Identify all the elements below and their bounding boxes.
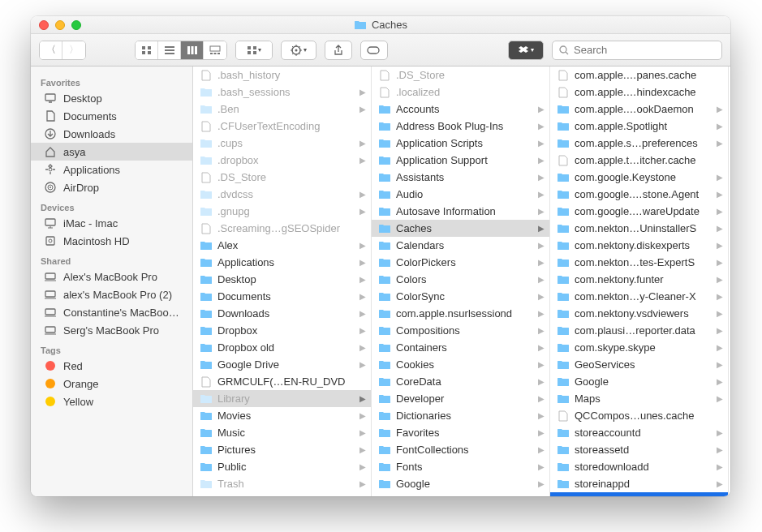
list-item[interactable]: Google▶ [372,475,549,492]
arrange-button[interactable]: ▾ [236,41,272,59]
zoom-button[interactable] [71,20,81,30]
list-item[interactable]: com.nekton…UninstallerS▶ [550,220,728,237]
list-item[interactable]: .localized [372,84,549,101]
list-item[interactable]: .DS_Store [193,169,371,186]
list-item[interactable]: Application Scripts▶ [372,135,549,152]
list-item[interactable]: Music▶ [193,424,371,441]
list-item[interactable]: QCCompos…unes.cache [550,407,728,424]
sidebar-item[interactable]: Macintosh HD [31,232,192,250]
back-button[interactable]: 〈 [40,41,62,59]
list-item[interactable]: com.apple.t…itcher.cache [550,152,728,169]
list-item[interactable]: com.nektony.vsdviewers▶ [550,305,728,322]
list-item[interactable]: com.skype.skype▶ [550,339,728,356]
list-item[interactable]: Containers▶ [372,339,549,356]
list-item[interactable]: storedownloadd▶ [550,458,728,475]
list-item[interactable]: com.nekton…tes-ExpertS▶ [550,254,728,271]
search-field[interactable] [552,41,722,60]
sidebar-item[interactable]: Applications [31,161,192,178]
forward-button[interactable]: 〉 [62,41,85,59]
list-item[interactable]: GeoServices▶ [550,356,728,373]
list-item[interactable]: FontCollections▶ [372,441,549,458]
view-column-button[interactable] [181,41,204,59]
list-item[interactable]: .dropbox▶ [193,152,371,169]
list-item[interactable]: com.plausi…reporter.data▶ [550,322,728,339]
list-item[interactable]: storeinappd▶ [550,475,728,492]
browser-column[interactable]: com.apple.…panes.cachecom.apple.…hindexc… [550,66,729,496]
list-item[interactable]: Movies▶ [193,407,371,424]
list-item[interactable]: .bash_sessions▶ [193,84,371,101]
sidebar-item[interactable]: Desktop [31,89,192,107]
sidebar-item[interactable]: Constantine's MacBoo… [31,303,192,321]
list-item[interactable]: Applications▶ [193,254,371,271]
minimize-button[interactable] [55,20,65,30]
list-item[interactable]: Dictionaries▶ [372,407,549,424]
list-item[interactable]: com.google.…wareUpdate▶ [550,203,728,220]
list-item[interactable]: Colors▶ [372,271,549,288]
list-item[interactable]: Autosave Information▶ [372,203,549,220]
list-item[interactable]: Trash▶ [193,475,371,492]
list-item[interactable]: Maps▶ [550,390,728,407]
sidebar-item[interactable]: Serg's MacBook Pro [31,321,192,339]
list-item[interactable]: Desktop▶ [193,271,371,288]
list-item[interactable]: .dvdcss▶ [193,186,371,203]
sidebar-item[interactable]: iMac - Imac [31,214,192,232]
list-item[interactable]: .bash_history [193,66,371,84]
list-item[interactable]: com.nekton…y-Cleaner-X▶ [550,288,728,305]
browser-column[interactable]: .DS_Store.localizedAccounts▶Address Book… [372,66,550,496]
sidebar-item[interactable]: Yellow [31,393,192,410]
list-item[interactable]: Google Drive▶ [193,356,371,373]
sidebar-item[interactable]: AirDrop [31,178,192,196]
list-item[interactable]: CoreData▶ [372,373,549,390]
list-item[interactable]: Assistants▶ [372,169,549,186]
close-button[interactable] [39,20,49,30]
tags-button[interactable] [360,41,388,60]
list-item[interactable]: Cookies▶ [372,356,549,373]
list-item[interactable]: com.apple.nsurlsessiond▶ [372,305,549,322]
list-item[interactable]: ColorSync▶ [372,288,549,305]
action-button[interactable]: ▾ [281,41,316,60]
list-item[interactable]: Accounts▶ [372,101,549,118]
list-item[interactable]: com.nektony.funter▶ [550,271,728,288]
list-item[interactable]: Favorites▶ [372,424,549,441]
list-item[interactable]: Developer▶ [372,390,549,407]
list-item[interactable]: GRMCULF(…EN-RU_DVD [193,373,371,390]
view-icon-button[interactable] [136,41,158,59]
list-item[interactable]: Group Containers▶ [372,492,549,496]
sidebar-item[interactable]: Red [31,357,192,375]
list-item[interactable]: Downloads▶ [193,305,371,322]
list-item[interactable]: com.google.…stone.Agent▶ [550,186,728,203]
list-item[interactable]: ColorPickers▶ [372,254,549,271]
list-item[interactable]: Application Support▶ [372,152,549,169]
list-item[interactable]: .DS_Store [372,66,549,84]
list-item[interactable]: VirtualBox VMs▶ [193,492,371,496]
list-item[interactable]: Caches▶ [372,220,549,237]
list-item[interactable]: Library▶ [193,390,371,407]
list-item[interactable]: com.apple.Spotlight▶ [550,118,728,135]
list-item[interactable]: .cups▶ [193,135,371,152]
list-item[interactable]: yahoo.messenger.iris▶ [550,492,728,496]
list-item[interactable]: Fonts▶ [372,458,549,475]
view-gallery-button[interactable] [204,41,226,59]
list-item[interactable]: com.apple.…ookDaemon▶ [550,101,728,118]
list-item[interactable]: storeassetd▶ [550,441,728,458]
sidebar-item[interactable]: Documents [31,107,192,125]
list-item[interactable]: Audio▶ [372,186,549,203]
list-item[interactable]: Public▶ [193,458,371,475]
list-item[interactable]: Calendars▶ [372,237,549,254]
sidebar-item[interactable]: alex's MacBook Pro (2) [31,285,192,303]
list-item[interactable]: com.google.Keystone▶ [550,169,728,186]
list-item[interactable]: Dropbox old▶ [193,339,371,356]
sidebar[interactable]: FavoritesDesktopDocumentsDownloadsasyaAp… [31,66,193,496]
list-item[interactable]: Address Book Plug-Ins▶ [372,118,549,135]
list-item[interactable]: Pictures▶ [193,441,371,458]
list-item[interactable]: storeaccountd▶ [550,424,728,441]
list-item[interactable]: com.apple.…panes.cache [550,66,728,84]
sidebar-item[interactable]: Downloads [31,125,192,143]
list-item[interactable]: com.apple.s…preferences▶ [550,135,728,152]
titlebar[interactable]: Caches [31,16,730,34]
dropbox-button[interactable]: ▾ [508,41,544,60]
list-item[interactable]: Documents▶ [193,288,371,305]
list-item[interactable]: .Ben▶ [193,101,371,118]
share-button[interactable] [325,41,352,60]
list-item[interactable]: Google▶ [550,373,728,390]
